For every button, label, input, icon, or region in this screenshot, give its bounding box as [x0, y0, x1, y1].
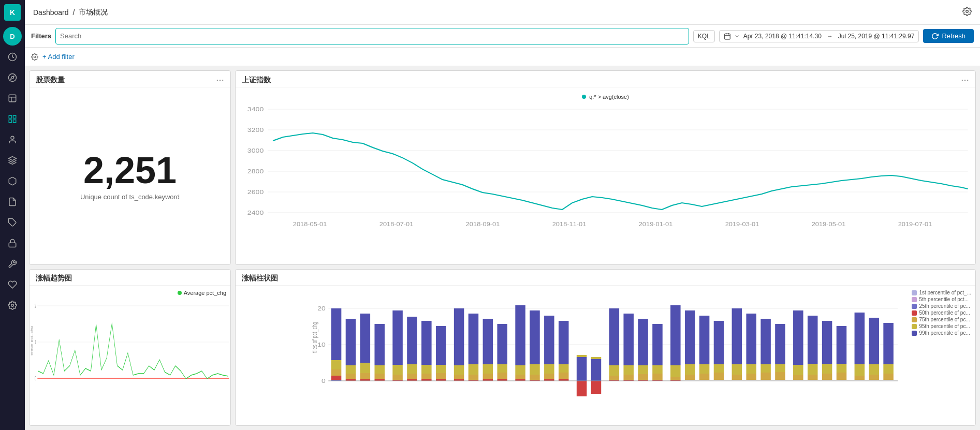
svg-rect-130: [623, 365, 634, 375]
add-filter-link[interactable]: + Add filter: [42, 53, 75, 61]
svg-rect-159: [746, 374, 756, 380]
gear-small-icon[interactable]: [31, 53, 38, 61]
date-end: Jul 25, 2019 @ 11:41:29.97: [838, 33, 915, 40]
sidebar-item-chart[interactable]: [3, 89, 22, 108]
sidebar-item-heart[interactable]: [3, 275, 22, 294]
svg-rect-126: [609, 365, 619, 376]
svg-text:0: 0: [35, 376, 36, 381]
trend-chart-panel: 涨幅趋势图 Average pct_chg 2 1 0: [29, 269, 231, 426]
kql-button[interactable]: KQL: [693, 30, 715, 42]
svg-rect-4: [9, 115, 11, 118]
sidebar-item-clock[interactable]: [3, 48, 22, 66]
svg-rect-3: [9, 95, 16, 102]
svg-rect-168: [793, 375, 803, 380]
svg-rect-129: [623, 314, 634, 365]
sidebar-item-user[interactable]: [3, 130, 22, 149]
main-content: Dashboard / 市场概况 Filters KQL Apr 23, 201…: [25, 0, 980, 430]
search-input[interactable]: [55, 28, 689, 45]
svg-rect-123: [591, 359, 602, 381]
legend-item-7: 99th percentile of pc...: [912, 330, 971, 336]
svg-rect-71: [392, 310, 403, 365]
svg-rect-77: [407, 374, 417, 379]
sidebar-item-tag[interactable]: [3, 213, 22, 232]
sidebar-item-box[interactable]: [3, 172, 22, 190]
stock-count-menu-button[interactable]: ⋯: [216, 75, 224, 85]
breadcrumb-current: 市场概况: [79, 8, 108, 17]
svg-rect-113: [544, 374, 554, 379]
svg-text:2018-05-01: 2018-05-01: [293, 221, 327, 227]
index-chart-panel: 上证指数 ⋯ q:* > avg(close) 3400 3200 3000 2: [235, 70, 976, 265]
svg-rect-162: [760, 373, 771, 380]
search-wrap: [55, 28, 689, 45]
legend-item-3: 25th percentile of pc...: [912, 303, 971, 309]
svg-rect-178: [854, 313, 865, 364]
svg-rect-183: [869, 375, 879, 380]
bar-chart-panel: 涨幅柱状图 1st percentile of pct_... 5th perc…: [235, 269, 976, 426]
topbar-settings-icon[interactable]: [962, 7, 972, 18]
svg-rect-100: [497, 364, 507, 373]
svg-rect-141: [670, 305, 681, 365]
svg-rect-167: [793, 365, 803, 375]
svg-text:20: 20: [317, 306, 326, 312]
svg-text:3000: 3000: [247, 147, 264, 154]
trend-chart-body: Average pct_chg 2 1 0 erage pct_chg: [30, 286, 230, 425]
svg-text:2400: 2400: [247, 210, 264, 216]
svg-rect-109: [530, 375, 540, 380]
index-chart-menu-button[interactable]: ⋯: [961, 75, 969, 85]
app-logo[interactable]: K: [4, 4, 21, 21]
breadcrumb-parent[interactable]: Dashboard: [33, 8, 69, 17]
svg-rect-176: [837, 364, 847, 373]
refresh-icon: [931, 33, 939, 40]
index-chart-title: 上证指数: [242, 76, 271, 85]
svg-point-8: [11, 136, 14, 139]
stock-count-title: 股票数量: [36, 76, 65, 85]
legend-swatch-1: [912, 290, 917, 295]
svg-text:2800: 2800: [247, 168, 264, 174]
legend-swatch-2: [912, 297, 917, 302]
svg-rect-95: [482, 319, 493, 364]
svg-text:2018-07-01: 2018-07-01: [379, 221, 414, 227]
svg-rect-160: [760, 319, 771, 364]
svg-rect-118: [559, 379, 569, 381]
svg-rect-67: [374, 324, 385, 365]
calendar-icon: [724, 33, 731, 40]
svg-text:2018-11-01: 2018-11-01: [552, 221, 587, 227]
svg-rect-115: [559, 321, 569, 364]
sidebar-item-dashboard[interactable]: [3, 110, 22, 128]
svg-rect-153: [714, 373, 724, 380]
svg-rect-7: [13, 120, 16, 123]
sidebar-avatar[interactable]: D: [3, 27, 22, 46]
date-picker[interactable]: Apr 23, 2018 @ 11:41:14.30 → Jul 25, 201…: [719, 30, 919, 42]
svg-rect-134: [638, 365, 648, 374]
index-chart-svg: 3400 3200 3000 2800 2600 2400: [240, 102, 971, 236]
refresh-button[interactable]: Refresh: [923, 29, 974, 43]
dashboard-grid: 股票数量 ⋯ 2,251 Unique count of ts_code.key…: [25, 66, 980, 430]
bar-chart-svg: 20 10 0 tiles of pct_chg: [310, 301, 901, 410]
stock-count-body: 2,251 Unique count of ts_code.keyword: [30, 87, 230, 264]
sidebar-item-lock[interactable]: [3, 234, 22, 253]
svg-rect-111: [544, 316, 554, 364]
sidebar-item-tools[interactable]: [3, 255, 22, 273]
legend-item-4: 50th percentile of pc...: [912, 310, 971, 316]
svg-rect-157: [746, 314, 756, 364]
topbar: Dashboard / 市场概况: [25, 0, 980, 25]
addfilter-bar: + Add filter: [25, 48, 980, 66]
sidebar-item-layers[interactable]: [3, 151, 22, 170]
svg-rect-142: [670, 365, 681, 377]
svg-rect-79: [421, 321, 432, 365]
sidebar-item-compass[interactable]: [3, 68, 22, 87]
date-start: Apr 23, 2018 @ 11:41:14.30: [743, 33, 822, 40]
svg-rect-14: [725, 34, 730, 39]
svg-rect-182: [869, 364, 879, 375]
trend-legend-label: Average pct_chg: [184, 290, 226, 296]
legend-item-6: 95th percentile of pc...: [912, 323, 971, 329]
svg-rect-105: [515, 375, 525, 379]
svg-rect-156: [732, 375, 742, 380]
svg-rect-137: [652, 324, 663, 365]
sidebar-item-file[interactable]: [3, 192, 22, 211]
legend-swatch-7: [912, 331, 917, 336]
sidebar-item-settings[interactable]: [3, 296, 22, 315]
svg-rect-150: [699, 374, 710, 380]
svg-rect-65: [360, 373, 370, 379]
svg-rect-184: [883, 323, 894, 364]
